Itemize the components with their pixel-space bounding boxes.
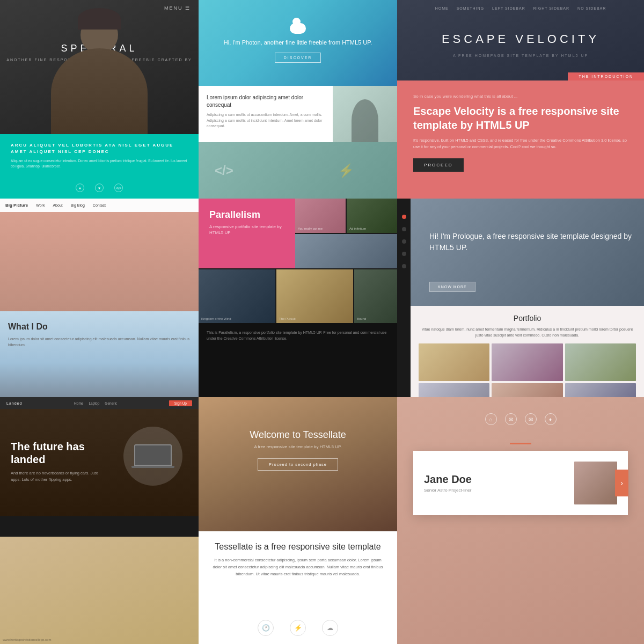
spectral-teal-section: ARCU ALIQUET VEL LOBORTIS ATA NISL EGET … xyxy=(0,134,199,199)
landed-future-text: The future has landed And there are no h… xyxy=(11,440,107,483)
prologue-port-img-5 xyxy=(492,383,562,397)
prologue-port-img-2 xyxy=(492,343,562,381)
spectral-teal-text: Aliquam ut ex augue consectetur interdum… xyxy=(11,158,188,169)
jane-orange-accent xyxy=(510,443,531,444)
jane-mail-icon-1[interactable]: ✉ xyxy=(505,413,517,425)
prologue-sidebar-dot-5[interactable] xyxy=(402,264,406,268)
prologue-know-more-button[interactable]: KNOW MORE xyxy=(429,282,475,292)
cloud-icon xyxy=(290,23,306,34)
spectral-teal-title: ARCU ALIQUET VEL LOBORTIS ATA NISL EGET … xyxy=(11,142,188,155)
spectral-hat xyxy=(78,8,121,30)
photon-person-silhouette xyxy=(352,99,378,142)
landed-url: www.heritagechristiancollege.com xyxy=(3,638,51,641)
parallelism-footer: This is Parallelism, a responsive portfo… xyxy=(199,323,397,397)
jane-twitter-icon[interactable]: ♦ xyxy=(545,413,557,425)
photon-lorem1-title: Lorem ipsum dolor adipiscing amet dolor … xyxy=(207,94,325,109)
prologue-portfolio-grid xyxy=(419,343,636,397)
spectral-icon-1: ♦ xyxy=(76,184,84,192)
escape-navbar: HOME SOMETHING LEFT SIDEBAR RIGHT SIDEBA… xyxy=(397,6,644,10)
spectral-cell: MENU ☰ SPECTRAL ANOTHER FINE RESPONSIVE … xyxy=(0,0,199,199)
parallelism-bottom-label-2: The Pursuit xyxy=(279,317,296,320)
parallelism-footer-text: This is Parallelism, a responsive portfo… xyxy=(207,330,389,341)
bigpic-nav-about[interactable]: About xyxy=(53,203,62,207)
parallelism-bottom-img-2: The Pursuit xyxy=(276,269,353,323)
photon-hero: Hi, I'm Photon, another fine little free… xyxy=(199,0,397,86)
spectral-icon-2: ♥ xyxy=(95,184,104,192)
jane-bg xyxy=(397,397,644,644)
jane-name: Jane Doe xyxy=(424,473,566,486)
prologue-port-img-3 xyxy=(565,343,636,381)
escape-nav-no[interactable]: NO SIDEBAR xyxy=(577,6,606,10)
jane-cell: ⌂ ✉ ✉ ♦ Jane Doe Senior Astro Project-li… xyxy=(397,397,644,644)
jane-card-text: Jane Doe Senior Astro Project-liner xyxy=(424,473,566,493)
photon-lorem1-text: Adipiscing a cum mollis ut accusantium i… xyxy=(207,112,325,129)
prologue-sidebar xyxy=(397,199,411,397)
jane-mail-icon-2[interactable]: ✉ xyxy=(525,413,537,425)
parallelism-grid: You really got me Ad infinitum xyxy=(295,199,397,268)
tessellate-hero-title: Welcome to Tessellate xyxy=(199,429,397,441)
bigpic-what-text: Lorem ipsum dolor sit amet consectetur a… xyxy=(8,336,191,348)
parallelism-title: Parallelism xyxy=(209,209,284,221)
parallelism-bottom-label-1: Kingdom of the Wind xyxy=(201,317,231,320)
escape-nav-left[interactable]: LEFT SIDEBAR xyxy=(492,6,525,10)
parallelism-grid-img-1: You really got me xyxy=(295,199,346,233)
escape-nav-something[interactable]: SOMETHING xyxy=(457,6,484,10)
landed-nav-laptop[interactable]: Laptop xyxy=(89,401,99,405)
landed-signup-button[interactable]: Sign Up xyxy=(169,400,192,406)
jane-home-icon[interactable]: ⌂ xyxy=(485,413,497,425)
escape-coral-section: So in case you were wondering what this … xyxy=(397,80,644,199)
escape-nav-home[interactable]: HOME xyxy=(435,6,449,10)
landed-navbar: Landed Home Laptop Generic Sign Up xyxy=(0,397,199,409)
parallelism-img-label-1: You really got me xyxy=(298,227,323,230)
jane-job-title: Senior Astro Project-liner xyxy=(424,488,566,493)
jane-card-arrow[interactable]: › xyxy=(615,470,628,496)
photon-discover-button[interactable]: DISCOVER xyxy=(275,53,321,63)
jane-card-image xyxy=(574,462,617,504)
parallelism-grid-img-3 xyxy=(295,234,397,268)
prologue-hi-text: Hi! I'm Prologue, a free responsive site… xyxy=(429,231,633,253)
tessellate-bolt-icon: ⚡ xyxy=(290,620,306,636)
parallelism-bottom-imgs: Kingdom of the Wind The Pursuit Bound xyxy=(199,269,397,323)
bigpic-what-section: What I Do Lorem ipsum dolor sit amet con… xyxy=(0,311,199,397)
landed-nav-generic[interactable]: Generic xyxy=(105,401,117,405)
prologue-sidebar-dot-3[interactable] xyxy=(402,239,406,244)
parallelism-cell: Parallelism A responsive portfolio site … xyxy=(199,199,397,397)
tessellate-hero-button[interactable]: Proceed to second phase xyxy=(258,458,338,471)
prologue-portfolio-title: Portfolio xyxy=(419,314,636,323)
jane-card: Jane Doe Senior Astro Project-liner › xyxy=(413,451,628,515)
bigpic-nav-contact[interactable]: Contact xyxy=(93,203,106,207)
bigpic-nav-blog[interactable]: Big Blog xyxy=(71,203,85,207)
bigpic-navbar: Big Picture Work About Big Blog Contact xyxy=(0,199,199,212)
landed-nav-home[interactable]: Home xyxy=(74,401,83,405)
spectral-nav[interactable]: MENU ☰ xyxy=(164,5,191,11)
escape-cell: HOME SOMETHING LEFT SIDEBAR RIGHT SIDEBA… xyxy=(397,0,644,199)
parallelism-img-label-2: Ad infinitum xyxy=(349,227,366,230)
prologue-portfolio-text: Vitae natoque diam lorem, nunc amet ferm… xyxy=(419,327,636,338)
parallelism-pink-block: Parallelism A responsive portfolio site … xyxy=(199,199,295,268)
escape-nav-right[interactable]: RIGHT SIDEBAR xyxy=(533,6,569,10)
tessellate-bottom-icons: 🕐 ⚡ ☁ xyxy=(199,620,397,636)
laptop-icon xyxy=(134,444,172,469)
prologue-portfolio-section: Portfolio Vitae natoque diam lorem, nunc… xyxy=(411,306,644,397)
prologue-sidebar-dot-4[interactable] xyxy=(402,252,406,256)
photon-greeting: Hi, I'm Photon, another fine little free… xyxy=(224,38,372,48)
landed-laptop-circle xyxy=(123,427,182,486)
parallelism-bottom-img-1: Kingdom of the Wind xyxy=(199,269,275,323)
landed-nav-logo: Landed xyxy=(6,401,22,405)
prologue-sidebar-dot-2[interactable] xyxy=(402,227,406,231)
tessellate-hero-sub: A free responsive site template by HTML5… xyxy=(199,444,397,450)
escape-proceed-button[interactable]: PROCEED xyxy=(413,158,464,172)
landed-future-title: The future has landed xyxy=(11,440,107,466)
landed-future-subtitle: And there are no hoverboards or flying c… xyxy=(11,470,107,483)
tessellate-hero-content: Welcome to Tessellate A free responsive … xyxy=(199,429,397,471)
bigpic-nav-work[interactable]: Work xyxy=(36,203,45,207)
spectral-icon-3: </> xyxy=(114,184,123,192)
prologue-port-img-4 xyxy=(419,383,489,397)
escape-coral-text: It's responsive, built on HTML5 and CSS3… xyxy=(413,137,628,150)
prologue-port-img-6 xyxy=(565,383,636,397)
escape-title: ESCAPE VELOCITY xyxy=(397,32,644,46)
parallelism-bottom-label-3: Bound xyxy=(357,317,366,320)
bigpic-nav-logo: Big Picture xyxy=(5,203,28,208)
bigpic-what-title: What I Do xyxy=(8,322,191,332)
prologue-sidebar-dot-1[interactable] xyxy=(402,215,406,219)
